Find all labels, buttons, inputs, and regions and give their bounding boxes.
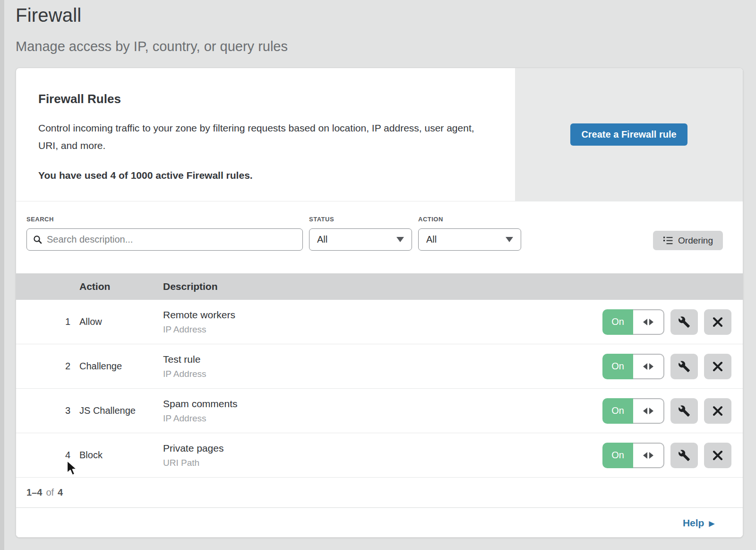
action-selected-value: All (426, 234, 437, 245)
help-link[interactable]: Help ▶ (683, 517, 714, 529)
rule-description-cell: Private pages URI Path (163, 443, 602, 468)
wrench-icon (678, 405, 690, 417)
table-row: 3 JS Challenge Spam comments IP Address … (16, 389, 743, 433)
table-row: 2 Challenge Test rule IP Address On (16, 344, 743, 389)
close-icon (712, 405, 723, 417)
overview-text-panel: Firewall Rules Control incoming traffic … (16, 68, 515, 201)
search-label: SEARCH (26, 216, 303, 223)
rule-match-type: IP Address (163, 413, 602, 424)
rule-description-cell: Remote workers IP Address (163, 309, 602, 335)
pagination-total: 4 (58, 487, 63, 498)
rule-controls: On (602, 398, 731, 424)
pagination-range: 1–4 (26, 487, 42, 498)
left-right-arrows-icon (643, 363, 647, 370)
main-card: Firewall Rules Control incoming traffic … (16, 68, 743, 538)
search-input[interactable] (47, 234, 296, 245)
rule-controls: On (602, 443, 731, 468)
left-right-arrows-icon (649, 363, 653, 370)
left-right-arrows-icon (649, 319, 653, 325)
rule-toggle[interactable]: On (602, 354, 664, 379)
toggle-handle-segment (633, 354, 664, 379)
page-header: Firewall Manage access by IP, country, o… (0, 0, 756, 54)
rule-match-type: IP Address (163, 324, 602, 335)
left-right-arrows-icon (643, 319, 647, 325)
firewall-rules-heading: Firewall Rules (38, 92, 487, 106)
page-title: Firewall (16, 5, 756, 26)
rule-description: Private pages (163, 443, 602, 454)
toggle-on-segment: On (602, 354, 633, 379)
toggle-handle-segment (633, 309, 664, 335)
toggle-handle-segment (633, 398, 664, 424)
toggle-handle-segment (633, 443, 664, 468)
search-box (26, 228, 303, 251)
rule-toggle[interactable]: On (602, 309, 664, 335)
help-arrow-icon: ▶ (709, 520, 714, 527)
rule-description: Test rule (163, 354, 602, 365)
pagination-of-label: of (46, 487, 54, 498)
wrench-icon (678, 316, 690, 328)
rule-toggle[interactable]: On (602, 398, 664, 424)
table-row: 1 Allow Remote workers IP Address On (16, 300, 743, 344)
rule-description: Remote workers (163, 309, 602, 321)
rule-action: Allow (79, 316, 163, 327)
action-filter-group: ACTION All (418, 216, 521, 251)
firewall-rules-description: Control incoming traffic to your zone by… (38, 119, 487, 154)
rule-controls: On (602, 309, 731, 335)
rule-action: JS Challenge (79, 405, 163, 416)
ordering-button[interactable]: Ordering (653, 231, 723, 250)
toggle-on-segment: On (602, 309, 633, 335)
filter-bar: SEARCH STATUS All ACTION All (16, 201, 743, 273)
help-footer: Help ▶ (16, 508, 743, 538)
firewall-rules-usage: You have used 4 of 1000 active Firewall … (38, 170, 487, 181)
help-link-label: Help (683, 517, 704, 529)
status-select[interactable]: All (309, 228, 412, 251)
edit-rule-button[interactable] (670, 354, 698, 379)
left-right-arrows-icon (649, 452, 653, 459)
close-icon (712, 316, 723, 328)
rule-number: 3 (16, 405, 79, 416)
left-right-arrows-icon (643, 452, 647, 459)
delete-rule-button[interactable] (704, 354, 731, 379)
rule-match-type: URI Path (163, 458, 602, 468)
toggle-on-segment: On (602, 398, 633, 424)
create-firewall-rule-button[interactable]: Create a Firewall rule (570, 123, 687, 146)
edit-rule-button[interactable] (670, 398, 698, 424)
rule-number: 2 (16, 361, 79, 372)
rule-action: Block (79, 450, 163, 461)
status-label: STATUS (309, 216, 412, 223)
page-left-edge (0, 0, 4, 550)
search-filter-group: SEARCH (26, 216, 303, 251)
rule-controls: On (602, 354, 731, 379)
delete-rule-button[interactable] (704, 443, 731, 468)
wrench-icon (678, 449, 690, 462)
pagination-bar: 1–4 of 4 (16, 478, 743, 508)
delete-rule-button[interactable] (704, 309, 731, 335)
wrench-icon (678, 360, 690, 373)
create-rule-panel: Create a Firewall rule (515, 68, 743, 201)
column-header-description: Description (163, 281, 743, 292)
close-icon (712, 361, 723, 372)
column-header-action: Action (79, 281, 163, 292)
rule-number: 4 (16, 450, 79, 461)
close-icon (712, 450, 723, 461)
rule-action: Challenge (79, 361, 163, 372)
rule-description-cell: Spam comments IP Address (163, 398, 602, 424)
page-subtitle: Manage access by IP, country, or query r… (16, 39, 756, 54)
edit-rule-button[interactable] (670, 443, 698, 468)
action-select[interactable]: All (418, 228, 521, 251)
rule-toggle[interactable]: On (602, 443, 664, 468)
chevron-down-icon (396, 237, 404, 242)
overview-section: Firewall Rules Control incoming traffic … (16, 68, 743, 201)
delete-rule-button[interactable] (704, 398, 731, 424)
status-filter-group: STATUS All (309, 216, 412, 251)
rule-number: 1 (16, 316, 79, 327)
left-right-arrows-icon (649, 408, 653, 414)
action-label: ACTION (418, 216, 521, 223)
ordering-button-label: Ordering (678, 236, 713, 246)
rule-match-type: IP Address (163, 369, 602, 379)
ordered-list-icon (663, 236, 673, 245)
left-right-arrows-icon (643, 408, 647, 414)
table-row: 4 Block Private pages URI Path On (16, 433, 743, 478)
chevron-down-icon (506, 237, 513, 242)
edit-rule-button[interactable] (670, 309, 698, 335)
